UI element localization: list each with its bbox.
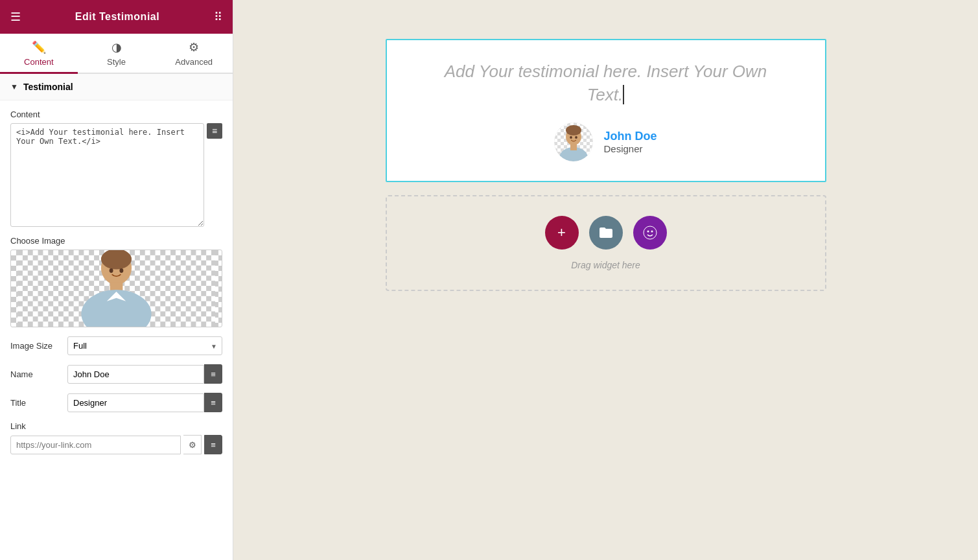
left-panel: ☰ Edit Testimonial ⠿ ✏️ Content ◑ Style … bbox=[0, 0, 233, 560]
content-tab-icon: ✏️ bbox=[32, 40, 46, 54]
link-gear-btn[interactable]: ⚙ bbox=[183, 435, 202, 454]
link-input[interactable] bbox=[10, 436, 181, 454]
svg-point-20 bbox=[570, 136, 573, 139]
folder-widget-btn[interactable] bbox=[589, 216, 623, 250]
svg-point-9 bbox=[110, 268, 113, 273]
svg-point-23 bbox=[647, 230, 649, 232]
tab-advanced[interactable]: ⚙ Advanced bbox=[155, 34, 233, 74]
section-header[interactable]: ▼ Testimonial bbox=[0, 74, 233, 100]
section-title: Testimonial bbox=[23, 82, 73, 92]
svg-point-21 bbox=[576, 136, 578, 139]
style-tab-icon: ◑ bbox=[111, 40, 122, 54]
tabs-bar: ✏️ Content ◑ Style ⚙ Advanced bbox=[0, 34, 233, 74]
content-textarea[interactable]: <i>Add Your testimonial here. Insert You… bbox=[10, 123, 204, 227]
panel-header: ☰ Edit Testimonial ⠿ bbox=[0, 0, 233, 34]
tab-content[interactable]: ✏️ Content bbox=[0, 34, 78, 74]
drag-buttons: + bbox=[545, 216, 667, 250]
testimonial-author: John Doe Designer bbox=[554, 122, 657, 161]
panel-content: Content <i>Add Your testimonial here. In… bbox=[0, 100, 233, 463]
image-size-select-wrapper: Full Large Medium Thumbnail ▼ bbox=[67, 336, 222, 355]
image-size-row: Image Size Full Large Medium Thumbnail ▼ bbox=[10, 336, 222, 355]
choose-image-label: Choose Image bbox=[10, 236, 222, 246]
name-input[interactable] bbox=[67, 365, 204, 384]
svg-point-10 bbox=[119, 268, 123, 273]
canvas-content: Add Your testimonial here. Insert Your O… bbox=[386, 39, 826, 291]
content-dynamic-btn[interactable]: ≡ bbox=[207, 123, 222, 139]
advanced-tab-icon: ⚙ bbox=[189, 40, 199, 54]
content-field-group: Content <i>Add Your testimonial here. In… bbox=[10, 110, 222, 227]
content-label: Content bbox=[10, 110, 222, 119]
section-arrow: ▼ bbox=[10, 82, 18, 91]
svg-point-22 bbox=[644, 226, 657, 239]
right-panel: Add Your testimonial here. Insert Your O… bbox=[233, 0, 978, 560]
title-label: Title bbox=[10, 398, 62, 408]
title-dynamic-btn[interactable]: ≡ bbox=[204, 393, 222, 412]
name-input-wrapper: ≡ bbox=[67, 364, 222, 384]
grid-icon[interactable]: ⠿ bbox=[214, 10, 222, 24]
testimonial-widget[interactable]: Add Your testimonial here. Insert Your O… bbox=[386, 39, 826, 182]
svg-point-24 bbox=[651, 230, 653, 232]
content-textarea-wrapper: <i>Add Your testimonial here. Insert You… bbox=[10, 123, 222, 227]
panel-title: Edit Testimonial bbox=[75, 11, 159, 23]
style-tab-label: Style bbox=[107, 57, 126, 67]
author-info: John Doe Designer bbox=[603, 130, 657, 154]
link-input-row: ⚙ ≡ bbox=[10, 435, 222, 454]
image-size-select[interactable]: Full Large Medium Thumbnail bbox=[67, 336, 222, 355]
image-field-group: Choose Image bbox=[10, 236, 222, 327]
name-field-row: Name ≡ bbox=[10, 364, 222, 384]
author-name: John Doe bbox=[603, 130, 657, 143]
link-label: Link bbox=[10, 421, 222, 431]
content-tab-label: Content bbox=[24, 57, 54, 67]
author-avatar bbox=[554, 122, 593, 161]
link-dynamic-btn[interactable]: ≡ bbox=[204, 435, 222, 454]
title-field-row: Title ≡ bbox=[10, 393, 222, 412]
tab-style[interactable]: ◑ Style bbox=[78, 34, 156, 74]
drag-widget-area[interactable]: + Drag widget here bbox=[386, 195, 826, 291]
name-label: Name bbox=[10, 369, 62, 379]
drag-label: Drag widget here bbox=[571, 260, 640, 270]
title-input[interactable] bbox=[67, 393, 204, 412]
testimonial-text: Add Your testimonial here. Insert Your O… bbox=[445, 60, 767, 107]
svg-rect-19 bbox=[570, 144, 577, 150]
svg-point-17 bbox=[566, 125, 581, 135]
add-widget-btn[interactable]: + bbox=[545, 216, 579, 250]
image-preview[interactable] bbox=[10, 250, 222, 327]
author-title: Designer bbox=[603, 143, 657, 154]
smiley-widget-btn[interactable] bbox=[633, 216, 667, 250]
link-field-group: Link ⚙ ≡ bbox=[10, 421, 222, 454]
image-size-label: Image Size bbox=[10, 341, 62, 351]
advanced-tab-label: Advanced bbox=[175, 57, 213, 67]
hamburger-icon[interactable]: ☰ bbox=[10, 10, 21, 24]
title-input-wrapper: ≡ bbox=[67, 393, 222, 412]
name-dynamic-btn[interactable]: ≡ bbox=[204, 364, 222, 384]
